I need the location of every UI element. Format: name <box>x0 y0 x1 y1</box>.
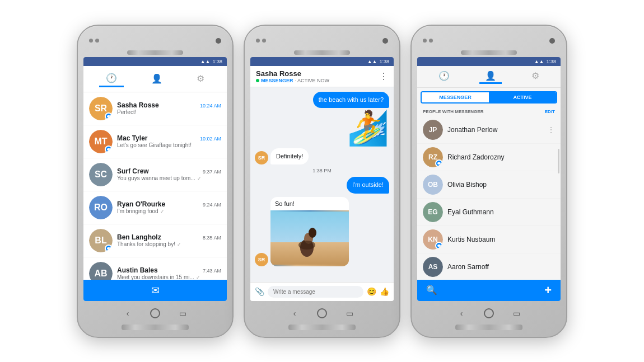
home-button-2[interactable] <box>317 308 327 318</box>
add-button[interactable]: + <box>544 283 552 298</box>
back-button-2[interactable]: ‹ <box>289 308 300 319</box>
phone-3-top-tabs: 🕐 👤 ⚙ <box>417 66 561 88</box>
message-input[interactable] <box>268 286 363 298</box>
name-row-1: Mac Tyler 10:02 AM <box>117 134 221 142</box>
tab-settings-3[interactable]: ⚙ <box>526 69 545 84</box>
chat-body: the beach with us later? 🏄 SR Definitely… <box>250 87 394 282</box>
msg-row-5: SR So fun! <box>255 197 389 266</box>
badge-4 <box>105 245 113 252</box>
person-name-4: Kurtis Nusbaum <box>447 236 555 243</box>
conv-name-0: Sasha Rosse <box>117 101 159 109</box>
conv-time-3: 9:24 AM <box>203 202 221 208</box>
bubble-sent-1: I'm outside! <box>347 177 389 193</box>
conv-preview-0: Perfect! <box>117 109 221 115</box>
dot-1 <box>89 39 93 43</box>
tab-settings[interactable]: ⚙ <box>190 71 211 86</box>
conversation-item-2[interactable]: SC Surf Crew 9:37 AM You guys wanna meet… <box>83 158 227 191</box>
checkmark-4: ✓ <box>177 242 181 247</box>
person-item-0[interactable]: JP Jonathan Perlow ⋮ <box>417 116 561 144</box>
signal-icon-3: ▲▲ <box>534 59 544 64</box>
name-row-5: Austin Bales 7:43 AM <box>117 266 221 274</box>
phone-1-bottom: ‹ ▭ <box>83 303 227 323</box>
back-button-1[interactable]: ‹ <box>122 308 133 319</box>
phone-1-speaker-bottom <box>122 325 189 330</box>
conversation-item-4[interactable]: BL Ben Langholz 8:35 AM Thanks for stopp… <box>83 224 227 257</box>
chat-avatar-received: SR <box>255 151 268 164</box>
home-button-1[interactable] <box>150 308 160 318</box>
avatar-inner-5: AB <box>89 262 113 280</box>
name-row-2: Surf Crew 9:37 AM <box>117 167 221 175</box>
person-name-5: Aaron Sarnoff <box>447 263 555 271</box>
compose-icon: ✉ <box>151 284 160 297</box>
phone-1-speaker-top <box>127 50 183 55</box>
name-row-3: Ryan O'Rourke 9:24 AM <box>117 200 221 208</box>
svg-point-4 <box>309 228 316 238</box>
name-row-0: Sasha Rosse 10:24 AM <box>117 101 221 109</box>
tab-recent[interactable]: 🕐 <box>99 70 124 87</box>
badge-0 <box>105 112 113 120</box>
phone-3-speaker-bottom <box>455 325 522 330</box>
person-item-4[interactable]: KN Kurtis Nusbaum <box>417 226 561 253</box>
sub-tab-messenger[interactable]: MESSENGER <box>422 92 489 102</box>
phone-1: ▲▲ 1:38 🕐 👤 ⚙ SR Sasha Rosse <box>77 25 234 338</box>
person-item-5[interactable]: AS Aaron Sarnoff <box>417 253 561 280</box>
phone-3-dots <box>423 39 433 43</box>
badge-1 <box>105 145 113 153</box>
status-time-2: 1:38 <box>379 59 389 64</box>
conv-name-4: Ben Langholz <box>117 233 161 241</box>
tab-recent-3[interactable]: 🕐 <box>433 69 455 84</box>
person-item-2[interactable]: OB Olivia Bishop <box>417 171 561 199</box>
phone-2-speaker-top <box>294 50 350 55</box>
recent-button-3[interactable]: ▭ <box>511 308 522 319</box>
recent-button-2[interactable]: ▭ <box>344 308 355 319</box>
phone-2: ▲▲ 1:38 Sasha Rosse MESSENGER · ACTIVE N… <box>244 25 400 338</box>
edit-link[interactable]: EDIT <box>545 109 555 114</box>
messenger-label: MESSENGER <box>261 78 293 83</box>
bubble-sent-0: the beach with us later? <box>313 92 389 108</box>
section-label: PEOPLE WITH MESSENGER <box>423 109 483 114</box>
avatar-4: BL <box>89 229 113 252</box>
compose-bar[interactable]: ✉ <box>83 280 227 301</box>
person-item-1[interactable]: RZ Richard Zadorozny <box>417 144 561 171</box>
chat-more-button[interactable]: ⋮ <box>379 71 388 82</box>
emoji-icon[interactable]: 😊 <box>367 287 376 296</box>
conv-preview-1: Let's go see Giraffage tonight! <box>117 142 221 148</box>
conv-time-5: 7:43 AM <box>203 268 221 274</box>
conversation-item-1[interactable]: MT Mac Tyler 10:02 AM Let's go see Giraf… <box>83 125 227 158</box>
sub-tabs: MESSENGER ACTIVE <box>421 91 557 104</box>
avatar-3: RO <box>89 196 113 219</box>
phone-3-camera <box>549 38 555 44</box>
search-button[interactable]: 🔍 <box>426 285 437 295</box>
message-content-2: Surf Crew 9:37 AM You guys wanna meet up… <box>117 167 221 181</box>
tab-people-3[interactable]: 👤 <box>479 69 502 84</box>
phone-2-camera <box>382 38 388 44</box>
conversation-item-3[interactable]: RO Ryan O'Rourke 9:24 AM I'm bringing fo… <box>83 191 227 224</box>
home-button-3[interactable] <box>484 308 494 318</box>
recent-button-1[interactable]: ▭ <box>177 308 188 319</box>
phone-2-dots <box>256 39 266 43</box>
conv-time-1: 10:02 AM <box>200 136 221 142</box>
message-content-3: Ryan O'Rourke 9:24 AM I'm bringing food … <box>117 200 221 214</box>
person-more-0[interactable]: ⋮ <box>547 125 555 134</box>
back-button-3[interactable]: ‹ <box>456 308 467 319</box>
bubble-recv-0: Definitely! <box>270 148 309 164</box>
tab-people[interactable]: 👤 <box>144 71 169 86</box>
checkmark-3: ✓ <box>160 209 165 214</box>
msg-row-2: SR Definitely! <box>255 148 389 164</box>
sticker-row: 🏄 <box>255 111 389 145</box>
conversation-item-5[interactable]: AB Austin Bales 7:43 AM Meet you downsta… <box>83 257 227 280</box>
sub-tab-active[interactable]: ACTIVE <box>489 92 556 102</box>
person-item-3[interactable]: EG Eyal Guthmann <box>417 199 561 226</box>
conversation-item-0[interactable]: SR Sasha Rosse 10:24 AM Perfect! <box>83 92 227 125</box>
attach-icon[interactable]: 📎 <box>255 287 264 296</box>
signal-icon-2: ▲▲ <box>367 59 377 64</box>
status-time-3: 1:38 <box>546 59 556 64</box>
photo-caption: So fun! <box>270 197 349 210</box>
conv-time-2: 9:37 AM <box>203 169 221 175</box>
photo-bubble-wrapper: So fun! <box>270 197 349 266</box>
person-badge-4 <box>435 242 443 250</box>
like-icon[interactable]: 👍 <box>380 287 389 296</box>
phone-2-status-bar: ▲▲ 1:38 <box>250 57 394 66</box>
active-label: · ACTIVE NOW <box>295 78 330 83</box>
chat-input-bar: 📎 😊 👍 <box>250 282 394 301</box>
